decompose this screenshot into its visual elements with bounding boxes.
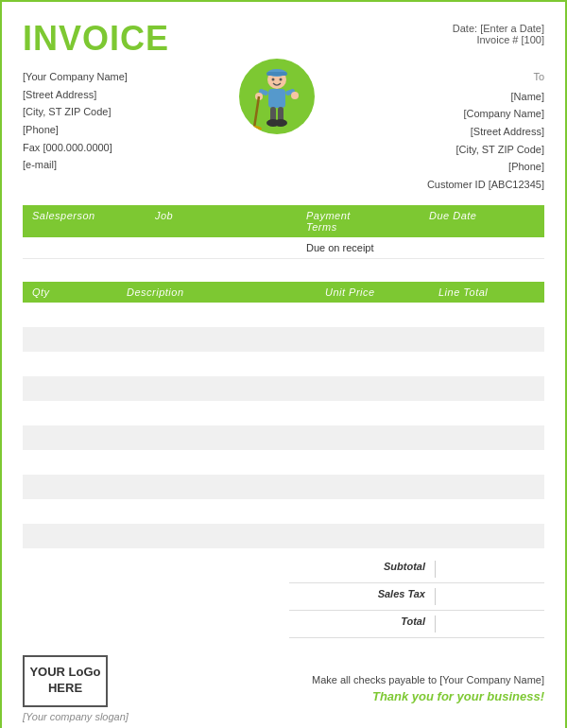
svg-point-14 (272, 78, 275, 81)
footer-right: Make all checks payable to [Your Company… (312, 674, 544, 703)
item-row (23, 450, 544, 475)
thank-you: Thank you for your business! (312, 689, 544, 703)
cleaner-image (239, 59, 315, 134)
recipient-customer-id: Customer ID [ABC12345] (427, 176, 544, 194)
item-row (23, 303, 544, 327)
item-row (23, 425, 544, 450)
items-section: Qty Description Unit Price Line Total (23, 282, 544, 548)
svg-rect-2 (266, 72, 287, 76)
col-line-total: Line Total (435, 286, 539, 298)
item-row (23, 475, 544, 499)
logo-box: YOUR LoGo HERE (23, 655, 108, 707)
recipient-address: [Street Address] (427, 123, 544, 141)
svg-point-15 (280, 78, 283, 81)
total-label: Total (295, 615, 435, 633)
cleaner-svg (249, 66, 304, 134)
col-qty: Qty (28, 286, 123, 298)
col-description: Description (123, 286, 321, 298)
invoice-header: INVOICE Date: [Enter a Date] Invoice # [… (23, 19, 544, 59)
job-table-header: Salesperson Job PaymentTerms Due Date (23, 205, 544, 237)
total-value (435, 615, 539, 633)
totals-table: Subtotal Sales Tax Total (289, 556, 544, 638)
job-data-row: Due on receipt (23, 237, 544, 259)
to-label: To (427, 68, 544, 86)
col-job: Job (151, 210, 302, 233)
col-unit-price: Unit Price (321, 286, 435, 298)
svg-rect-3 (268, 89, 285, 108)
sender-phone: [Phone] (23, 121, 128, 139)
header-meta: Date: [Enter a Date] Invoice # [100] (453, 23, 544, 45)
subtotal-label: Subtotal (295, 561, 435, 578)
job-job (151, 242, 302, 253)
item-row (23, 376, 544, 401)
date-value: [Enter a Date] (480, 23, 544, 34)
col-due-date: Due Date (425, 210, 539, 233)
totals-section: Subtotal Sales Tax Total (23, 556, 544, 638)
footer-left: YOUR LoGo HERE [Your company slogan] (23, 655, 129, 722)
items-table-header: Qty Description Unit Price Line Total (23, 282, 544, 303)
svg-line-12 (254, 96, 259, 128)
item-row (23, 499, 544, 524)
recipient-info: To [Name] [Company Name] [Street Address… (427, 68, 544, 194)
sender-info: [Your Company Name] [Street Address] [Ci… (23, 68, 128, 174)
item-row (23, 401, 544, 425)
total-row: Total (289, 611, 544, 638)
tax-row: Sales Tax (289, 583, 544, 611)
svg-point-11 (274, 119, 287, 127)
svg-point-13 (249, 126, 262, 131)
invoice-label: Invoice # (476, 34, 518, 45)
sender-address: [Street Address] (23, 86, 128, 104)
invoice-number-line: Invoice # [100] (453, 34, 544, 45)
subtotal-value (435, 561, 539, 578)
recipient-phone: [Phone] (427, 158, 544, 176)
sender-city: [City, ST ZIP Code] (23, 103, 128, 121)
job-salesperson (28, 242, 151, 253)
col-payment-terms: PaymentTerms (302, 210, 425, 233)
recipient-company: [Company Name] (427, 105, 544, 123)
recipient-name: [Name] (427, 88, 544, 106)
recipient-city: [City, ST ZIP Code] (427, 141, 544, 159)
date-line: Date: [Enter a Date] (453, 23, 544, 34)
tax-value (435, 588, 539, 605)
tax-label: Sales Tax (295, 588, 435, 605)
invoice-number: [100] (522, 34, 544, 45)
job-due-date (425, 242, 539, 253)
col-salesperson: Salesperson (28, 210, 151, 233)
sender-email: [e-mail] (23, 156, 128, 174)
svg-point-7 (291, 92, 299, 99)
checks-payable: Make all checks payable to [Your Company… (312, 674, 544, 685)
cleaner-circle (239, 59, 315, 134)
footer: YOUR LoGo HERE [Your company slogan] Mak… (23, 650, 544, 722)
invoice-title: INVOICE (23, 19, 169, 59)
company-slogan: [Your company slogan] (23, 711, 129, 722)
info-row: [Your Company Name] [Street Address] [Ci… (23, 68, 544, 194)
item-row (23, 352, 544, 376)
item-row (23, 524, 544, 548)
subtotal-row: Subtotal (289, 556, 544, 583)
sender-fax: Fax [000.000.0000] (23, 139, 128, 157)
job-payment-terms: Due on receipt (302, 242, 425, 253)
sender-company: [Your Company Name] (23, 68, 128, 86)
item-row (23, 327, 544, 352)
date-label: Date: (453, 23, 477, 34)
